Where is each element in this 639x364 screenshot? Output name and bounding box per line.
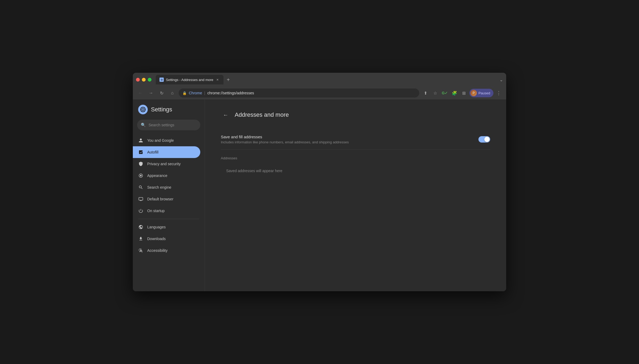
main-content: Settings 🔍 You and Google Autofill xyxy=(133,99,506,291)
sidebar-item-privacy-security[interactable]: Privacy and security xyxy=(133,158,200,170)
svg-point-3 xyxy=(140,175,142,176)
settings-logo xyxy=(138,105,148,114)
autofill-icon xyxy=(138,149,143,155)
privacy-icon xyxy=(138,161,143,167)
sidebar-item-label: Search engine xyxy=(147,185,171,189)
sidebar-item-downloads[interactable]: Downloads xyxy=(133,233,200,245)
content-area: ← Addresses and more Save and fill addre… xyxy=(205,99,506,291)
avatar: P xyxy=(470,90,477,96)
toggle-thumb xyxy=(484,137,490,142)
url-display: chrome://settings/addresses xyxy=(207,91,254,95)
sidebar-item-label: Autofill xyxy=(147,150,158,154)
sidebar-item-label: Accessibility xyxy=(147,248,167,253)
default-browser-icon xyxy=(138,196,143,202)
sidebar-item-you-and-google[interactable]: You and Google xyxy=(133,135,200,146)
chrome-label: Chrome xyxy=(189,91,202,95)
sidebar-item-accessibility[interactable]: Accessibility xyxy=(133,245,200,256)
sidebar-item-label: On startup xyxy=(147,209,165,213)
search-engine-icon xyxy=(138,185,143,190)
browser-window: ⚙ Settings - Addresses and more ✕ + ⌄ ← … xyxy=(133,73,506,291)
sidebar-item-default-browser[interactable]: Default browser xyxy=(133,193,200,205)
sidebar-divider xyxy=(138,219,199,219)
you-google-icon xyxy=(138,138,143,143)
url-separator: | xyxy=(204,91,205,95)
sidebar-item-appearance[interactable]: Appearance xyxy=(133,170,200,181)
profile-label: Paused xyxy=(478,91,490,95)
setting-info: Save and fill addresses Includes informa… xyxy=(221,135,478,144)
settings-header: Settings xyxy=(133,105,205,120)
sidebar-item-languages[interactable]: Languages xyxy=(133,221,200,233)
active-tab[interactable]: ⚙ Settings - Addresses and more ✕ xyxy=(156,75,223,84)
toolbar-actions: ⬆ ☆ G✓ 🧩 ⊞ P Paused ⋮ xyxy=(421,89,503,97)
close-button[interactable] xyxy=(136,78,140,82)
bookmark-icon[interactable]: ☆ xyxy=(431,89,440,97)
save-fill-addresses-row: Save and fill addresses Includes informa… xyxy=(221,129,490,150)
extensions-icon[interactable]: 🧩 xyxy=(450,89,459,97)
settings-title: Settings xyxy=(151,106,172,113)
navbar: ← → ↻ ⌂ 🔒 Chrome | chrome://settings/add… xyxy=(133,87,506,99)
svg-point-5 xyxy=(141,249,141,249)
empty-state-text: Saved addresses will appear here xyxy=(221,162,490,173)
sidebar-item-label: Privacy and security xyxy=(147,162,181,166)
titlebar: ⚙ Settings - Addresses and more ✕ + ⌄ xyxy=(133,73,506,87)
address-bar[interactable]: 🔒 Chrome | chrome://settings/addresses xyxy=(179,88,419,98)
sidebar-item-label: Languages xyxy=(147,225,166,229)
sidebar-item-label: You and Google xyxy=(147,138,174,143)
grammarly-icon[interactable]: G✓ xyxy=(441,89,449,97)
tab-bar: ⚙ Settings - Addresses and more ✕ + ⌄ xyxy=(156,75,503,84)
new-tab-button[interactable]: + xyxy=(225,76,232,83)
sidebar: Settings 🔍 You and Google Autofill xyxy=(133,99,205,291)
refresh-button[interactable]: ↻ xyxy=(157,89,166,97)
page-title: Addresses and more xyxy=(235,111,289,118)
menu-button[interactable]: ⋮ xyxy=(494,89,503,97)
sidebar-item-on-startup[interactable]: On startup xyxy=(133,205,200,217)
svg-rect-4 xyxy=(139,197,143,200)
addresses-section-label: Addresses xyxy=(221,150,490,162)
lock-icon: 🔒 xyxy=(182,91,187,95)
tab-favicon: ⚙ xyxy=(159,78,164,82)
sidebar-item-search-engine[interactable]: Search engine xyxy=(133,181,200,193)
setting-description: Includes information like phone numbers,… xyxy=(221,140,478,144)
appearance-icon xyxy=(138,173,143,178)
browser-layout-icon[interactable]: ⊞ xyxy=(460,89,468,97)
profile-button[interactable]: P Paused xyxy=(469,89,493,97)
tab-close-button[interactable]: ✕ xyxy=(215,78,220,82)
save-fill-toggle[interactable] xyxy=(478,136,490,143)
sidebar-item-label: Default browser xyxy=(147,197,173,201)
home-button[interactable]: ⌂ xyxy=(168,89,177,97)
maximize-button[interactable] xyxy=(148,78,151,82)
back-button[interactable]: ← xyxy=(136,89,145,97)
settings-search-bar[interactable]: 🔍 xyxy=(137,120,200,130)
search-icon: 🔍 xyxy=(141,123,146,127)
traffic-lights xyxy=(136,78,151,82)
setting-name: Save and fill addresses xyxy=(221,135,478,139)
downloads-icon xyxy=(138,236,143,241)
forward-button[interactable]: → xyxy=(147,89,155,97)
on-startup-icon xyxy=(138,208,143,213)
share-icon[interactable]: ⬆ xyxy=(421,89,430,97)
sidebar-item-label: Downloads xyxy=(147,237,166,241)
tab-label: Settings - Addresses and more xyxy=(166,78,213,82)
svg-point-1 xyxy=(142,108,144,110)
accessibility-icon xyxy=(138,248,143,253)
minimize-button[interactable] xyxy=(142,78,146,82)
search-input[interactable] xyxy=(149,123,197,127)
languages-icon xyxy=(138,224,143,230)
content-back-button[interactable]: ← xyxy=(221,110,230,120)
tab-dropdown-button[interactable]: ⌄ xyxy=(500,77,503,82)
sidebar-item-label: Appearance xyxy=(147,173,167,178)
sidebar-item-autofill[interactable]: Autofill xyxy=(133,146,200,158)
content-header: ← Addresses and more xyxy=(221,110,490,120)
